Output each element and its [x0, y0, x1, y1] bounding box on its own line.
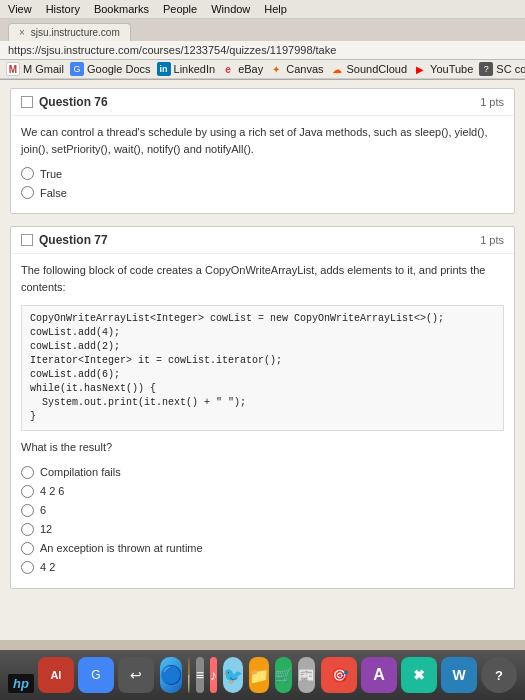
ebay-icon: e	[221, 62, 235, 76]
radio-76-false[interactable]	[21, 186, 34, 199]
taskbar-back-icon[interactable]: ↩	[118, 657, 154, 693]
bookmark-gmail[interactable]: M M Gmail	[6, 62, 64, 76]
bookmark-linkedin[interactable]: in LinkedIn	[157, 62, 216, 76]
canvas-icon: ✦	[269, 62, 283, 76]
taskbar-a-icon[interactable]: A	[361, 657, 397, 693]
radio-77-2[interactable]	[21, 504, 34, 517]
taskbar: hp AI G ↩ 🔵 ≡ ♪ 🐦 📁 🛒 📰 🎯 A ✖ W ?	[0, 650, 525, 700]
taskbar-ai-icon[interactable]: AI	[38, 657, 74, 693]
radio-77-4[interactable]	[21, 542, 34, 555]
googledocs-icon: G	[70, 62, 84, 76]
option-77-3-label: 12	[40, 523, 52, 535]
option-77-1[interactable]: 4 2 6	[21, 485, 504, 498]
menu-view[interactable]: View	[8, 3, 32, 15]
bookmark-googledocs[interactable]: G Google Docs	[70, 62, 151, 76]
bookmark-sc-label: SC conve	[496, 63, 525, 75]
option-77-2-label: 6	[40, 504, 46, 516]
tab-bar: × sjsu.instructure.com	[0, 19, 525, 41]
address-bar[interactable]: https://sjsu.instructure.com/courses/123…	[0, 41, 525, 60]
question-77-body: The following block of code creates a Co…	[11, 254, 514, 588]
bookmark-ebay-label: eBay	[238, 63, 263, 75]
taskbar-folder-icon[interactable]: 📁	[249, 657, 269, 693]
option-77-1-label: 4 2 6	[40, 485, 64, 497]
gmail-icon: M	[6, 62, 20, 76]
linkedin-icon: in	[157, 62, 171, 76]
option-77-3[interactable]: 12	[21, 523, 504, 536]
radio-77-0[interactable]	[21, 466, 34, 479]
taskbar-target-icon[interactable]: 🎯	[321, 657, 357, 693]
menu-people[interactable]: People	[163, 3, 197, 15]
bookmark-sc[interactable]: ? SC conve	[479, 62, 525, 76]
bookmarks-bar: M M Gmail G Google Docs in LinkedIn e eB…	[0, 60, 525, 79]
taskbar-music-icon[interactable]: ♪	[210, 657, 217, 693]
taskbar-help-icon[interactable]: ?	[481, 657, 517, 693]
menu-window[interactable]: Window	[211, 3, 250, 15]
taskbar-bird-icon[interactable]: 🐦	[223, 657, 243, 693]
question-76-body: We can control a thread's schedule by us…	[11, 116, 514, 213]
option-76-true-label: True	[40, 168, 62, 180]
menu-bar: View History Bookmarks People Window Hel…	[0, 0, 525, 19]
question-76-checkbox[interactable]	[21, 96, 33, 108]
hp-logo: hp	[8, 674, 34, 693]
taskbar-g-icon[interactable]: G	[78, 657, 114, 693]
taskbar-w-icon[interactable]: W	[441, 657, 477, 693]
bookmark-soundcloud-label: SoundCloud	[347, 63, 408, 75]
option-77-5[interactable]: 4 2	[21, 561, 504, 574]
taskbar-x-icon[interactable]: ✖	[401, 657, 437, 693]
dock-right: 🎯 A ✖ W ?	[321, 657, 517, 693]
radio-76-true[interactable]	[21, 167, 34, 180]
radio-77-3[interactable]	[21, 523, 34, 536]
question-77-points: 1 pts	[480, 234, 504, 246]
menu-history[interactable]: History	[46, 3, 80, 15]
bookmark-ebay[interactable]: e eBay	[221, 62, 263, 76]
soundcloud-icon: ☁	[330, 62, 344, 76]
sc-icon: ?	[479, 62, 493, 76]
option-76-false-label: False	[40, 187, 67, 199]
bookmark-canvas[interactable]: ✦ Canvas	[269, 62, 323, 76]
taskbar-news-icon[interactable]: 📰	[298, 657, 315, 693]
dock-left: hp AI G ↩	[8, 657, 154, 693]
bookmark-youtube[interactable]: ▶ YouTube	[413, 62, 473, 76]
page-content: Question 76 1 pts We can control a threa…	[0, 80, 525, 640]
option-77-0-label: Compilation fails	[40, 466, 121, 478]
question-77-what-label: What is the result?	[21, 439, 504, 456]
taskbar-cart-icon[interactable]: 🛒	[275, 657, 292, 693]
bookmark-soundcloud[interactable]: ☁ SoundCloud	[330, 62, 408, 76]
taskbar-finder-icon[interactable]: 🔵	[160, 657, 182, 693]
option-77-4-label: An exception is thrown at runtime	[40, 542, 203, 554]
question-76-card: Question 76 1 pts We can control a threa…	[10, 88, 515, 214]
taskbar-chrome-icon[interactable]	[188, 657, 190, 693]
question-76-text: We can control a thread's schedule by us…	[21, 124, 504, 157]
tab-title: sjsu.instructure.com	[31, 27, 120, 38]
option-76-true[interactable]: True	[21, 167, 504, 180]
question-77-title: Question 77	[39, 233, 108, 247]
option-76-false[interactable]: False	[21, 186, 504, 199]
question-76-title-group: Question 76	[21, 95, 108, 109]
browser-tab[interactable]: × sjsu.instructure.com	[8, 23, 131, 41]
radio-77-1[interactable]	[21, 485, 34, 498]
menu-help[interactable]: Help	[264, 3, 287, 15]
question-77-title-group: Question 77	[21, 233, 108, 247]
radio-77-5[interactable]	[21, 561, 34, 574]
bookmark-youtube-label: YouTube	[430, 63, 473, 75]
question-77-checkbox[interactable]	[21, 234, 33, 246]
question-76-points: 1 pts	[480, 96, 504, 108]
option-77-0[interactable]: Compilation fails	[21, 466, 504, 479]
option-77-5-label: 4 2	[40, 561, 55, 573]
option-77-4[interactable]: An exception is thrown at runtime	[21, 542, 504, 555]
bookmark-googledocs-label: Google Docs	[87, 63, 151, 75]
bookmark-gmail-label: M Gmail	[23, 63, 64, 75]
question-76-header: Question 76 1 pts	[11, 89, 514, 116]
question-77-header: Question 77 1 pts	[11, 227, 514, 254]
question-77-text: The following block of code creates a Co…	[21, 262, 504, 295]
question-77-code: CopyOnWriteArrayList<Integer> cowList = …	[21, 305, 504, 431]
bookmark-canvas-label: Canvas	[286, 63, 323, 75]
menu-bookmarks[interactable]: Bookmarks	[94, 3, 149, 15]
option-77-2[interactable]: 6	[21, 504, 504, 517]
taskbar-menu-icon[interactable]: ≡	[196, 657, 204, 693]
url-text: https://sjsu.instructure.com/courses/123…	[8, 44, 336, 56]
tab-close[interactable]: ×	[19, 27, 25, 38]
question-77-card: Question 77 1 pts The following block of…	[10, 226, 515, 589]
bookmark-linkedin-label: LinkedIn	[174, 63, 216, 75]
question-76-title: Question 76	[39, 95, 108, 109]
